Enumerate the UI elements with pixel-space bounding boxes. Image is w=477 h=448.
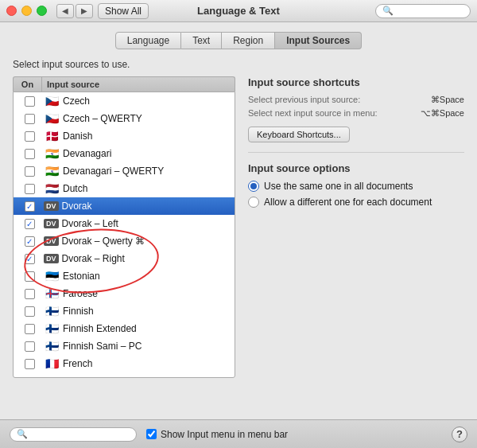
item-checkbox[interactable] — [15, 341, 44, 352]
list-item[interactable]: 🇨🇿Czech — [14, 92, 235, 110]
list-item[interactable]: 🇫🇮Finnish Extended — [14, 320, 235, 337]
radio-different-doc[interactable] — [248, 197, 259, 208]
item-checkbox[interactable] — [15, 289, 44, 299]
checkbox-indicator — [25, 149, 35, 159]
checkbox-indicator — [25, 289, 35, 299]
item-checkbox[interactable] — [15, 166, 44, 177]
checkbox-indicator: ✓ — [25, 201, 35, 212]
checkbox-indicator — [25, 341, 35, 352]
item-checkbox[interactable]: ✓ — [15, 219, 44, 229]
list-item[interactable]: 🇮🇳Devanagari — [14, 145, 235, 162]
radio-same-doc-label: Use the same one in all documents — [264, 181, 413, 192]
input-sources-list[interactable]: 🇨🇿Czech🇨🇿Czech – QWERTY🇩🇰Danish🇮🇳Devanag… — [13, 92, 235, 378]
radio-row-1[interactable]: Use the same one in all documents — [248, 181, 464, 192]
instruction-text: Select input sources to use. — [13, 59, 464, 70]
list-item[interactable]: 🇳🇱Dutch — [14, 180, 235, 197]
forward-button[interactable]: ▶ — [76, 4, 93, 18]
item-label: Finnish Sami – PC — [63, 341, 233, 352]
item-checkbox[interactable] — [15, 184, 44, 194]
item-checkbox[interactable] — [15, 114, 44, 124]
header-source: Input source — [42, 77, 235, 92]
dv-badge: DV — [44, 236, 59, 246]
bottom-search-input[interactable]: 🔍 — [10, 427, 137, 442]
list-item[interactable]: ✓DVDvorak – Qwerty ⌘ — [14, 232, 235, 250]
item-flag: 🇩🇰 — [44, 131, 60, 142]
maximize-button[interactable] — [37, 6, 47, 16]
close-button[interactable] — [6, 6, 17, 16]
item-checkbox[interactable] — [15, 96, 44, 107]
item-checkbox[interactable]: ✓ — [15, 201, 44, 212]
minimize-button[interactable] — [21, 6, 32, 16]
item-flag: 🇮🇳 — [44, 148, 60, 159]
item-label: Dutch — [63, 183, 233, 194]
title-bar: ◀ ▶ Show All Language & Text 🔍 — [0, 0, 477, 22]
title-search-input[interactable]: 🔍 — [375, 4, 471, 18]
next-shortcut-key: ⌥⌘Space — [421, 108, 464, 119]
right-column: Input source shortcuts Select previous i… — [248, 76, 464, 378]
radio-group: Use the same one in all documents Allow … — [248, 181, 464, 208]
window-title: Language & Text — [197, 5, 280, 17]
checkbox-indicator — [25, 324, 35, 334]
item-checkbox[interactable] — [15, 306, 44, 317]
item-label: Devanagari — [63, 148, 233, 159]
list-item[interactable]: 🇪🇪Estonian — [14, 267, 235, 285]
item-label: Devanagari – QWERTY — [63, 166, 233, 177]
input-sources-list-column: On Input source 🇨🇿Czech🇨🇿Czech – QWERTY🇩… — [13, 76, 235, 378]
separator — [248, 152, 464, 153]
list-item[interactable]: 🇩🇰Danish — [14, 127, 235, 145]
list-item[interactable]: 🇫🇷French — [14, 355, 235, 372]
radio-row-2[interactable]: Allow a different one for each document — [248, 197, 464, 208]
tab-input-sources[interactable]: Input Sources — [275, 32, 362, 49]
item-label: Danish — [63, 131, 233, 142]
list-item[interactable]: ✓DVDvorak — [14, 197, 235, 215]
item-flag: 🇫🇮 — [44, 306, 60, 317]
next-shortcut-row: Select next input source in menu: ⌥⌘Spac… — [248, 108, 464, 119]
tab-language[interactable]: Language — [115, 32, 181, 49]
dv-badge: DV — [44, 201, 59, 211]
item-flag: 🇫🇮 — [44, 323, 60, 334]
prev-shortcut-key: ⌘Space — [431, 95, 464, 105]
list-item[interactable]: ✓DVDvorak – Right — [14, 250, 235, 267]
item-flag: 🇳🇱 — [44, 183, 60, 194]
checkbox-indicator — [25, 131, 35, 142]
list-item[interactable]: 🇫🇮Finnish Sami – PC — [14, 337, 235, 355]
checkbox-indicator — [25, 166, 35, 177]
options-title: Input source options — [248, 162, 464, 174]
show-menu-label: Show Input menu in menu bar — [161, 429, 288, 440]
item-label: Dvorak – Right — [62, 253, 233, 264]
list-item[interactable]: 🇫🇮Finnish — [14, 302, 235, 320]
item-checkbox[interactable] — [15, 271, 44, 282]
item-checkbox[interactable]: ✓ — [15, 236, 44, 247]
checkbox-indicator — [25, 114, 35, 124]
list-item[interactable]: 🇮🇳Devanagari – QWERTY — [14, 162, 235, 180]
dv-badge: DV — [44, 219, 59, 228]
radio-same-doc[interactable] — [248, 181, 259, 192]
checkbox-indicator: ✓ — [25, 254, 35, 264]
item-checkbox[interactable] — [15, 131, 44, 142]
radio-different-doc-label: Allow a different one for each document — [264, 197, 432, 208]
item-checkbox[interactable] — [15, 149, 44, 159]
show-menu-checkbox[interactable] — [146, 429, 157, 439]
item-checkbox[interactable] — [15, 359, 44, 369]
tab-text[interactable]: Text — [181, 32, 222, 49]
checkbox-indicator — [25, 271, 35, 282]
back-button[interactable]: ◀ — [56, 4, 74, 18]
list-header: On Input source — [13, 76, 235, 92]
item-checkbox[interactable] — [15, 324, 44, 334]
checkbox-indicator — [25, 306, 35, 317]
tab-region[interactable]: Region — [222, 32, 275, 49]
list-item[interactable]: ✓DVDvorak – Left — [14, 215, 235, 232]
list-item[interactable]: 🇫🇴Faroese — [14, 285, 235, 302]
item-checkbox[interactable]: ✓ — [15, 254, 44, 264]
item-flag: 🇨🇿 — [44, 95, 60, 107]
item-flag: 🇫🇴 — [44, 288, 60, 299]
item-flag: 🇫🇷 — [44, 358, 60, 369]
keyboard-shortcuts-button[interactable]: Keyboard Shortcuts... — [248, 127, 350, 142]
dv-badge: DV — [44, 254, 59, 263]
checkbox-indicator — [25, 96, 35, 107]
item-label: Czech – QWERTY — [63, 113, 233, 124]
help-button[interactable]: ? — [452, 427, 467, 442]
show-all-button[interactable]: Show All — [98, 3, 149, 19]
list-item[interactable]: 🇨🇿Czech – QWERTY — [14, 110, 235, 127]
show-menu-checkbox-row[interactable]: Show Input menu in menu bar — [146, 429, 288, 440]
